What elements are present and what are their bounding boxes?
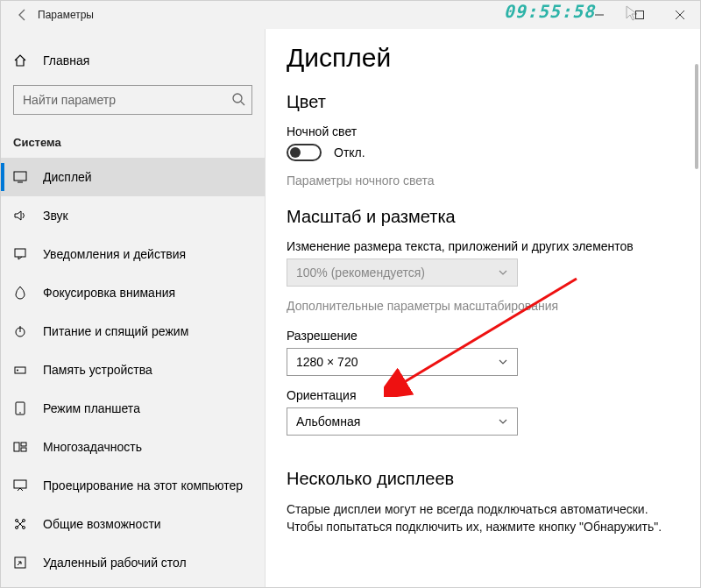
svg-rect-17 bbox=[21, 448, 26, 451]
svg-rect-15 bbox=[14, 443, 19, 451]
projection-icon bbox=[13, 478, 27, 492]
svg-point-14 bbox=[19, 412, 21, 414]
svg-rect-1 bbox=[636, 11, 644, 19]
sidebar-item-label: Питание и спящий режим bbox=[43, 324, 188, 338]
scale-label: Изменение размера текста, приложений и д… bbox=[287, 239, 679, 253]
home-icon bbox=[13, 53, 27, 67]
sidebar-item-multitask[interactable]: Многозадачность bbox=[1, 428, 265, 466]
chevron-down-icon bbox=[498, 416, 508, 427]
sidebar-item-label: Проецирование на этот компьютер bbox=[43, 478, 243, 492]
notifications-icon bbox=[13, 247, 27, 261]
svg-point-4 bbox=[233, 94, 242, 103]
minimize-button[interactable] bbox=[579, 1, 620, 29]
sidebar-item-label: Общие возможности bbox=[43, 517, 161, 531]
page-title: Дисплей bbox=[287, 43, 679, 73]
search-input[interactable] bbox=[13, 85, 252, 115]
sidebar-item-label: Дисплей bbox=[43, 170, 92, 184]
maximize-button[interactable] bbox=[620, 1, 660, 29]
focus-icon bbox=[13, 286, 27, 300]
svg-rect-6 bbox=[14, 172, 26, 181]
sidebar-item-focus[interactable]: Фокусировка внимания bbox=[1, 273, 265, 312]
section-multi: Несколько дисплеев bbox=[287, 469, 679, 489]
storage-icon bbox=[13, 363, 27, 377]
orientation-label: Ориентация bbox=[287, 388, 679, 402]
orientation-dropdown[interactable]: Альбомная bbox=[287, 407, 518, 436]
sidebar-item-label: Режим планшета bbox=[43, 401, 140, 415]
scale-dropdown[interactable]: 100% (рекомендуется) bbox=[287, 259, 518, 287]
sidebar-item-shared[interactable]: Общие возможности bbox=[1, 505, 265, 543]
sidebar-home[interactable]: Главная bbox=[1, 43, 265, 78]
sidebar-item-label: Многозадачность bbox=[43, 440, 142, 454]
sound-icon bbox=[13, 209, 27, 223]
resolution-dropdown[interactable]: 1280 × 720 bbox=[287, 348, 518, 376]
multi-displays-text: Старые дисплеи могут не всегда подключат… bbox=[287, 501, 663, 535]
sidebar-item-label: Память устройства bbox=[43, 363, 152, 377]
sidebar-item-power[interactable]: Питание и спящий режим bbox=[1, 312, 265, 351]
night-light-label: Ночной свет bbox=[287, 124, 679, 138]
svg-rect-16 bbox=[21, 443, 26, 446]
scrollbar-thumb[interactable] bbox=[695, 64, 698, 169]
resolution-label: Разрешение bbox=[287, 329, 679, 343]
sidebar-item-sound[interactable]: Звук bbox=[1, 196, 265, 235]
back-button[interactable] bbox=[13, 5, 32, 25]
night-light-settings-link[interactable]: Параметры ночного света bbox=[287, 174, 679, 188]
svg-rect-8 bbox=[15, 249, 25, 257]
window-title: Параметры bbox=[38, 9, 94, 21]
orientation-value: Альбомная bbox=[296, 414, 360, 429]
sidebar-item-label: Уведомления и действия bbox=[43, 247, 186, 261]
sidebar-item-remote[interactable]: Удаленный рабочий стол bbox=[1, 543, 265, 582]
remote-icon bbox=[13, 556, 27, 570]
sidebar-home-label: Главная bbox=[43, 53, 89, 67]
night-light-toggle[interactable] bbox=[287, 144, 322, 161]
chevron-down-icon bbox=[498, 357, 508, 367]
advanced-scale-link[interactable]: Дополнительные параметры масштабирования bbox=[287, 299, 679, 313]
sidebar-group-label: Система bbox=[1, 115, 265, 158]
sidebar: Главная Система Дисплей Звук bbox=[1, 29, 266, 587]
sidebar-item-storage[interactable]: Память устройства bbox=[1, 351, 265, 389]
content-pane: Дисплей Цвет Ночной свет Откл. Параметры… bbox=[266, 29, 700, 587]
svg-line-5 bbox=[241, 102, 244, 105]
tablet-icon bbox=[13, 401, 27, 415]
resolution-value: 1280 × 720 bbox=[296, 355, 358, 369]
svg-rect-18 bbox=[14, 480, 26, 488]
sidebar-item-projection[interactable]: Проецирование на этот компьютер bbox=[1, 466, 265, 505]
sidebar-item-notifications[interactable]: Уведомления и действия bbox=[1, 235, 265, 273]
svg-point-12 bbox=[17, 370, 18, 372]
power-icon bbox=[13, 324, 27, 338]
scale-value: 100% (рекомендуется) bbox=[296, 266, 425, 280]
sidebar-item-label: Удаленный рабочий стол bbox=[43, 556, 187, 570]
toggle-state-label: Откл. bbox=[334, 145, 365, 159]
section-scale: Масштаб и разметка bbox=[287, 207, 679, 227]
display-icon bbox=[13, 170, 27, 184]
sidebar-item-tablet[interactable]: Режим планшета bbox=[1, 389, 265, 428]
chevron-down-icon bbox=[498, 267, 508, 278]
svg-rect-11 bbox=[15, 367, 25, 373]
section-color: Цвет bbox=[287, 92, 679, 112]
sidebar-item-label: Фокусировка внимания bbox=[43, 286, 175, 300]
search-icon bbox=[231, 92, 245, 106]
sidebar-item-display[interactable]: Дисплей bbox=[1, 158, 265, 196]
multitask-icon bbox=[13, 440, 27, 454]
shared-icon bbox=[13, 517, 27, 531]
sidebar-item-label: Звук bbox=[43, 209, 68, 223]
close-button[interactable] bbox=[660, 1, 700, 29]
